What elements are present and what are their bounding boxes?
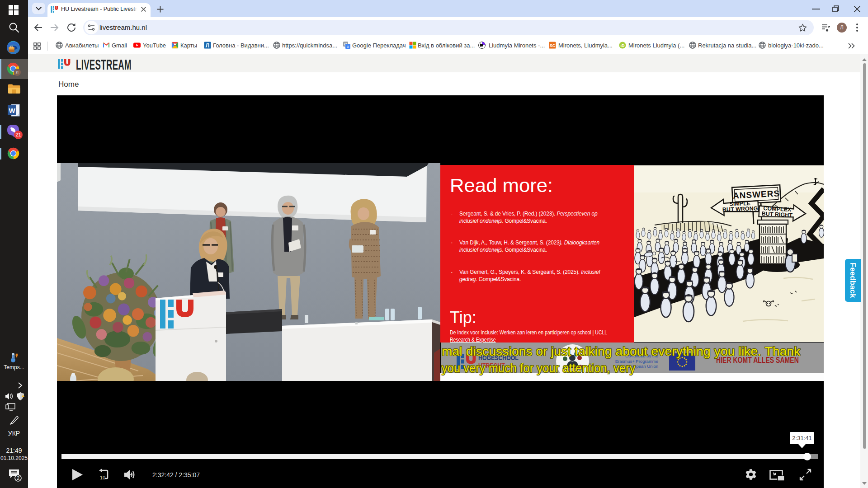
svg-text:Л: Л — [206, 42, 209, 49]
svg-text:BUT WRONG: BUT WRONG — [722, 205, 758, 213]
svg-text:2: 2 — [17, 475, 19, 481]
svg-text:W: W — [9, 107, 15, 114]
svg-text:10: 10 — [100, 475, 105, 480]
svg-text:iD: iD — [621, 43, 625, 48]
svg-text:SC: SC — [550, 43, 556, 48]
